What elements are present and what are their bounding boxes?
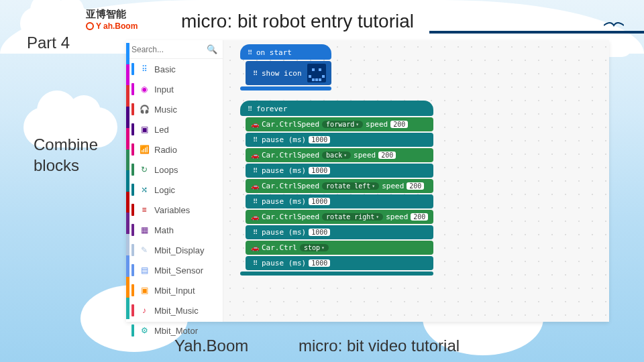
category-icon: ♪ (140, 306, 149, 315)
category-label: Mbit_Music (154, 306, 199, 316)
block-pause[interactable]: ⠿pause (ms)1000 (246, 133, 433, 147)
direction-dropdown[interactable]: rotate right ▾ (322, 213, 383, 221)
speed-label: speed (366, 120, 388, 129)
car-icon: 🚗 (251, 152, 259, 160)
section-label: Combine blocks (34, 134, 98, 176)
led-icon[interactable] (307, 64, 326, 82)
car-icon: 🚗 (251, 213, 259, 221)
category-color-bar (131, 204, 134, 216)
logo-chinese: 亚博智能 (86, 7, 138, 21)
direction-dropdown[interactable]: rotate left ▾ (322, 182, 379, 190)
category-color-bar (131, 63, 134, 75)
category-color-bar (131, 304, 134, 316)
category-label: Basic (154, 64, 176, 74)
block-car-ctrl[interactable]: 🚗Car.CtrlSpeedforward ▾speed200 (246, 117, 433, 131)
speed-input[interactable]: 200 (390, 121, 408, 128)
category-mbit_display[interactable]: ✎Mbit_Display (126, 240, 223, 260)
hat-onstart[interactable]: ⠿ on start (240, 44, 331, 60)
grip-icon: ⠿ (251, 167, 259, 175)
category-led[interactable]: ▣Led (126, 119, 223, 139)
bird-icon (604, 20, 624, 30)
grip-icon: ⠿ (251, 198, 259, 206)
block-car-ctrl[interactable]: 🚗Car.CtrlSpeedback ▾speed200 (246, 148, 433, 162)
grip-icon: ⠿ (251, 229, 259, 237)
block-label: Car.CtrlSpeed (262, 151, 319, 160)
category-icon: ⤭ (140, 185, 149, 194)
grip-icon: ⠿ (246, 105, 254, 113)
block-end (240, 272, 433, 276)
block-car-ctrl[interactable]: 🚗Car.CtrlSpeedrotate right ▾speed200 (246, 210, 433, 224)
category-label: Logic (154, 185, 175, 195)
block-label: Car.CtrlSpeed (262, 213, 319, 221)
block-end (240, 86, 331, 90)
block-label: show icon (262, 69, 302, 78)
category-icon: 🎧 (140, 105, 149, 114)
block-label: Car.CtrlSpeed (262, 120, 319, 129)
logo-yahboom: Yah.Boom (86, 21, 138, 32)
hat-forever[interactable]: ⠿ forever (240, 101, 433, 116)
block-pause[interactable]: ⠿pause (ms)1000 (246, 225, 433, 239)
block-label: pause (ms) (262, 135, 306, 144)
pause-input[interactable]: 1000 (309, 198, 330, 205)
category-icon: 📶 (140, 145, 149, 154)
pause-input[interactable]: 1000 (309, 259, 330, 267)
category-icon: ▦ (140, 225, 149, 235)
category-toolbox: 🔍 ⠿Basic◉Input🎧Music▣Led📶Radio↻Loops⤭Log… (126, 40, 223, 322)
car-icon: 🚗 (251, 121, 259, 129)
block-car-ctrl[interactable]: 🚗Car.CtrlSpeedrotate left ▾speed200 (246, 179, 433, 193)
category-icon: ✎ (140, 245, 149, 255)
speed-label: speed (386, 213, 408, 221)
block-pause[interactable]: ⠿pause (ms)1000 (246, 256, 433, 270)
category-mbit_sensor[interactable]: ▤Mbit_Sensor (126, 260, 223, 280)
category-variables[interactable]: ≡Variables (126, 200, 223, 220)
block-label: forever (256, 105, 287, 113)
category-color-bar (131, 224, 134, 236)
footer-brand: Yah.Boom (174, 337, 248, 355)
category-label: Music (154, 105, 177, 115)
title-underline (429, 31, 644, 34)
pause-input[interactable]: 1000 (309, 136, 330, 143)
category-icon: ⚙ (140, 326, 149, 335)
category-color-bar (131, 284, 134, 296)
category-color-bar (131, 264, 134, 276)
search-input[interactable] (131, 45, 185, 54)
block-car-ctrl[interactable]: 🚗Car.Ctrlstop ▾ (246, 241, 433, 255)
onstart-stack[interactable]: ⠿ on start ⠿ show icon (240, 44, 331, 92)
block-show-icon[interactable]: ⠿ show icon (246, 61, 331, 85)
block-label: Car.CtrlSpeed (262, 182, 319, 190)
part-label: Part 4 (27, 34, 70, 52)
category-mbit_music[interactable]: ♪Mbit_Music (126, 300, 223, 320)
speed-input[interactable]: 200 (411, 213, 428, 221)
category-input[interactable]: ◉Input (126, 79, 223, 99)
direction-dropdown[interactable]: back ▾ (322, 152, 351, 159)
block-label: pause (ms) (262, 166, 306, 175)
category-radio[interactable]: 📶Radio (126, 139, 223, 160)
category-color-bar (131, 103, 134, 115)
category-label: Variables (154, 205, 190, 215)
block-pause[interactable]: ⠿pause (ms)1000 (246, 194, 433, 208)
category-loops[interactable]: ↻Loops (126, 160, 223, 180)
category-icon: ≡ (140, 205, 149, 215)
forever-stack[interactable]: ⠿ forever 🚗Car.CtrlSpeedforward ▾speed20… (240, 101, 433, 277)
category-logic[interactable]: ⤭Logic (126, 180, 223, 200)
workspace-canvas[interactable]: ⠿ on start ⠿ show icon ⠿ forever (223, 40, 609, 322)
category-label: Radio (154, 145, 177, 155)
search-row[interactable]: 🔍 (126, 40, 223, 59)
category-basic[interactable]: ⠿Basic (126, 59, 223, 79)
direction-dropdown[interactable]: forward ▾ (322, 121, 363, 128)
speed-input[interactable]: 200 (407, 182, 424, 190)
category-color-bar (131, 244, 134, 256)
block-label: pause (ms) (262, 259, 306, 267)
pause-input[interactable]: 1000 (309, 229, 330, 236)
search-icon[interactable]: 🔍 (207, 44, 217, 54)
category-label: Mbit_Motor (154, 326, 198, 336)
category-color-bar (131, 83, 134, 95)
pause-input[interactable]: 1000 (309, 167, 330, 174)
speed-input[interactable]: 200 (378, 152, 396, 159)
category-music[interactable]: 🎧Music (126, 99, 223, 119)
category-mbit_input[interactable]: ▣Mbit_Input (126, 280, 223, 300)
category-math[interactable]: ▦Math (126, 220, 223, 240)
category-color-bar (131, 184, 134, 196)
direction-dropdown[interactable]: stop ▾ (300, 244, 329, 251)
block-pause[interactable]: ⠿pause (ms)1000 (246, 164, 433, 178)
